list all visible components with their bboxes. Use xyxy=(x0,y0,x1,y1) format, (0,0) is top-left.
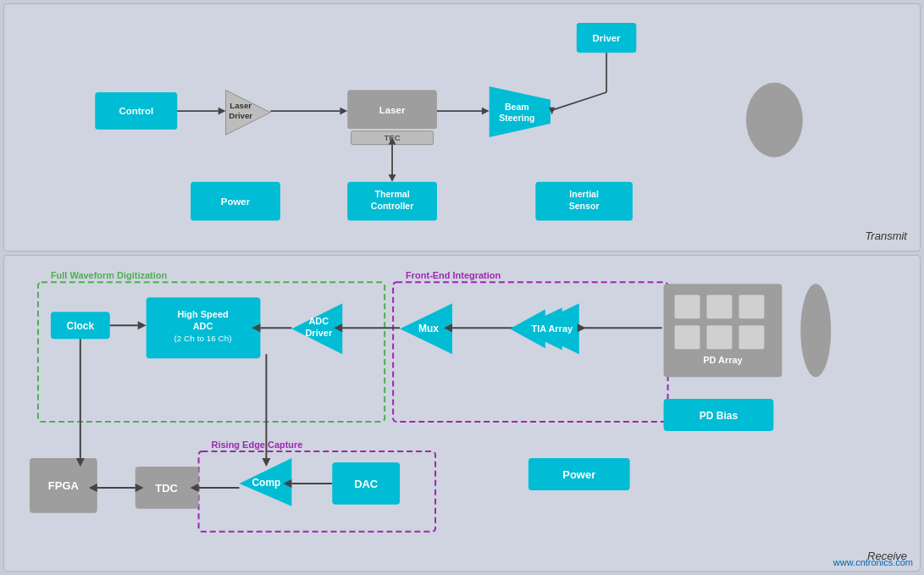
svg-text:Driver: Driver xyxy=(229,111,252,120)
svg-marker-60 xyxy=(527,303,579,354)
svg-text:(2 Ch to 16 Ch): (2 Ch to 16 Ch) xyxy=(174,334,231,343)
svg-rect-69 xyxy=(739,295,764,318)
svg-rect-92 xyxy=(528,458,630,490)
svg-text:Comp: Comp xyxy=(252,477,280,489)
svg-marker-15 xyxy=(389,137,396,145)
svg-marker-83 xyxy=(136,484,144,492)
svg-text:TDC: TDC xyxy=(155,482,178,495)
receive-section: Receive Full Waveform Digitization Front… xyxy=(3,255,921,572)
svg-rect-90 xyxy=(332,462,400,505)
main-container: Transmit Control Laser Driver Laser TEC xyxy=(0,0,924,575)
svg-text:Power: Power xyxy=(562,468,595,481)
svg-text:ADC: ADC xyxy=(193,321,213,331)
svg-point-76 xyxy=(800,284,831,377)
svg-rect-74 xyxy=(664,399,774,431)
svg-marker-21 xyxy=(490,86,551,137)
svg-text:Clock: Clock xyxy=(67,320,95,332)
svg-line-27 xyxy=(552,92,606,110)
svg-text:TEC: TEC xyxy=(384,133,400,142)
svg-text:Power: Power xyxy=(221,196,251,207)
svg-marker-51 xyxy=(291,303,342,354)
svg-marker-84 xyxy=(239,458,291,506)
svg-rect-35 xyxy=(38,282,385,422)
svg-rect-24 xyxy=(577,23,637,53)
svg-text:Driver: Driver xyxy=(305,328,332,338)
svg-rect-16 xyxy=(347,182,437,221)
svg-rect-66 xyxy=(664,284,783,377)
svg-marker-59 xyxy=(444,323,452,332)
svg-rect-11 xyxy=(351,131,434,145)
svg-text:TIA Array: TIA Array xyxy=(532,323,573,334)
svg-text:Controller: Controller xyxy=(371,201,413,211)
svg-text:Control: Control xyxy=(119,106,153,116)
svg-point-34 xyxy=(746,83,803,158)
svg-rect-70 xyxy=(675,325,700,349)
svg-marker-20 xyxy=(482,108,490,115)
watermark: www.cntronics.com xyxy=(833,557,913,567)
svg-marker-87 xyxy=(191,484,199,492)
svg-text:PD Array: PD Array xyxy=(703,355,743,365)
svg-text:Laser: Laser xyxy=(379,105,406,115)
svg-marker-50 xyxy=(252,323,260,332)
svg-rect-9 xyxy=(347,90,437,129)
svg-marker-28 xyxy=(549,108,555,115)
svg-rect-0 xyxy=(95,92,177,130)
svg-marker-55 xyxy=(334,323,342,332)
svg-rect-39 xyxy=(199,451,435,532)
transmit-svg: Control Laser Driver Laser TEC Therma xyxy=(4,4,920,251)
svg-rect-32 xyxy=(191,182,280,221)
svg-marker-3 xyxy=(219,108,226,115)
svg-rect-71 xyxy=(706,325,732,349)
svg-rect-41 xyxy=(51,312,110,339)
svg-marker-89 xyxy=(283,479,291,488)
svg-text:Front-End Integration: Front-End Integration xyxy=(406,270,501,280)
svg-rect-67 xyxy=(675,295,700,318)
svg-text:DAC: DAC xyxy=(354,478,379,490)
svg-rect-79 xyxy=(136,467,199,509)
svg-marker-65 xyxy=(578,323,586,332)
svg-text:FPGA: FPGA xyxy=(48,479,80,492)
transmit-section: Transmit Control Laser Driver Laser TEC xyxy=(3,3,921,252)
svg-rect-68 xyxy=(706,295,732,318)
svg-marker-95 xyxy=(76,458,85,467)
svg-rect-37 xyxy=(393,282,667,422)
svg-marker-8 xyxy=(340,108,347,115)
svg-text:Steering: Steering xyxy=(499,113,534,123)
svg-rect-29 xyxy=(535,182,633,221)
svg-marker-62 xyxy=(510,309,545,348)
svg-text:Full Waveform Digitization: Full Waveform Digitization xyxy=(51,270,168,280)
svg-marker-14 xyxy=(389,174,396,182)
svg-rect-77 xyxy=(30,458,97,513)
svg-text:ADC: ADC xyxy=(308,316,329,326)
svg-marker-82 xyxy=(89,484,97,492)
svg-text:Mux: Mux xyxy=(418,323,439,334)
svg-text:Laser: Laser xyxy=(230,101,252,110)
svg-marker-44 xyxy=(138,321,147,329)
svg-text:Sensor: Sensor xyxy=(569,201,600,211)
svg-marker-4 xyxy=(226,90,271,135)
svg-text:Driver: Driver xyxy=(593,33,622,43)
svg-text:Inertial: Inertial xyxy=(569,189,599,199)
transmit-label: Transmit xyxy=(865,229,907,242)
svg-text:Rising Edge Capture: Rising Edge Capture xyxy=(212,440,303,450)
svg-text:Beam: Beam xyxy=(505,102,529,112)
svg-text:Thermal: Thermal xyxy=(375,189,410,199)
svg-marker-97 xyxy=(262,458,270,467)
svg-text:High Speed: High Speed xyxy=(177,309,228,319)
svg-text:PD Bias: PD Bias xyxy=(700,410,739,422)
svg-rect-72 xyxy=(739,325,764,349)
svg-marker-56 xyxy=(400,303,452,354)
svg-rect-45 xyxy=(147,297,261,358)
receive-svg: Full Waveform Digitization Front-End Int… xyxy=(4,256,920,571)
svg-marker-61 xyxy=(518,307,562,350)
